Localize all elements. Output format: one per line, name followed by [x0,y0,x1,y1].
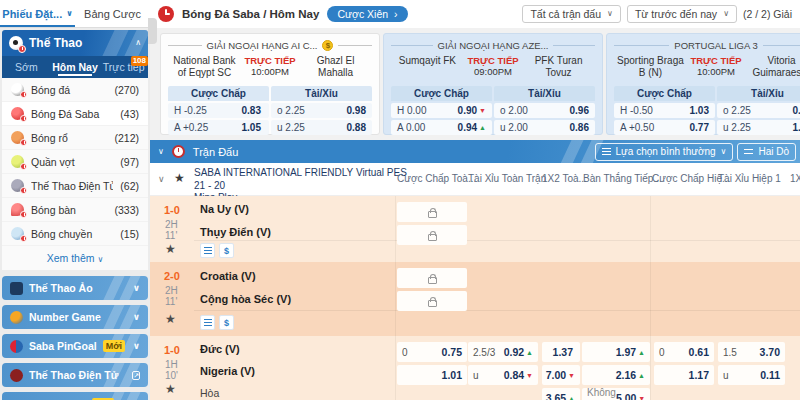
lock-icon [428,211,437,218]
live-clock-icon [172,145,185,158]
tab-betslip-label: Phiếu Đặt... [2,8,62,20]
home-team: National Bank of Eqypt SC [168,55,241,78]
volleyball-icon [11,227,24,240]
double-line-icon [744,149,753,154]
sidebar-section-esports[interactable]: Thế Thao Điện Tử ↗ [2,363,148,387]
tab-betslip[interactable]: Phiếu Đặt... ∨ [0,0,75,27]
esports-icon [11,179,24,192]
bet-types-button[interactable] [200,315,215,330]
sports-subtabs: Sớm Hôm Nay Trực tiếp 108 [2,56,148,78]
favorite-star-icon[interactable]: ★ [165,242,176,256]
favorite-star-icon[interactable]: ★ [165,312,176,326]
parlay-button[interactable]: Cược Xiên › [327,6,407,22]
odds-cell-hdp-away[interactable]: 1.01 [397,365,467,385]
dollar-icon: $ [224,318,229,328]
cashout-button[interactable]: $ [219,315,234,330]
locked-odds-cell [397,268,467,288]
odds-cell-no-goal[interactable]: Không ...5.00▼ [582,388,650,400]
sidebar-section-advantplay[interactable]: AP AdvantPlay Mới ↗ [2,392,148,400]
sidebar: Phiếu Đặt... ∨ Bảng Cược Thế Thao ∧ Sớm … [0,0,150,400]
odds-cell-ou-h1-under[interactable]: u0.11 [718,365,785,385]
league-favorite-star-icon[interactable]: ★ [174,171,185,185]
filter-time-dropdown[interactable]: Từ trước đến nay ∨ [627,5,737,23]
collapse-chevron-icon[interactable]: ∨ [158,148,164,156]
match-status: TRỰC TIẾP 10:00PM [241,55,299,77]
table-tennis-icon [11,203,24,216]
odds-cell-under[interactable]: u0.84▼ [468,365,538,385]
away-team: PFK Turan Tovuz [522,55,595,78]
odds-cell[interactable]: o 2.250.98 [271,103,372,118]
coin-icon: $ [322,40,333,51]
odds-cell[interactable]: u 2.251.03 [717,120,800,135]
sidebar-section-virtual-sports[interactable]: Thế Thao Ảo ∨ [2,276,148,300]
home-team: Sumqayit FK [391,55,464,67]
odds-cell[interactable]: A +0.500.77 [614,120,715,135]
selection-mode-dropdown[interactable]: Lựa chọn bình thường ∨ [595,143,734,161]
league-count: (2 / 2) Giải [743,8,792,20]
match-row: 1-0 1H10' ★ Đức (V) Nigeria (V) Hòa 00.7… [150,336,800,400]
cashout-button[interactable]: $ [219,243,234,258]
odds-cell[interactable]: H 0.000.90▼ [391,103,492,118]
odds-cell[interactable]: H -0.250.83 [168,103,269,118]
league-collapse-chevron-icon[interactable]: ∨ [158,174,165,184]
sports-panel-header[interactable]: Thế Thao ∧ [2,30,148,56]
subtab-live[interactable]: Trực tiếp 108 [99,56,148,78]
odds-cell[interactable]: o 2.000.96 [494,103,595,118]
column-header-next-goal: Bàn Thắng Tiếp... [583,173,662,184]
sidebar-collapse-handle[interactable] [148,18,157,44]
filter-all-matches-dropdown[interactable]: Tất cả trận đấu ∨ [522,5,620,23]
chevron-up-icon: ∧ [135,39,141,47]
odds-cell-x[interactable]: 3.65▲ [542,388,580,400]
sidebar-item-bong-da[interactable]: Bóng đá (270) [2,78,148,102]
soccer-ball-icon [9,36,23,50]
odds-cell[interactable]: A 0.000.94▲ [391,120,492,135]
away-team: Ghazl El Mahalla [299,55,372,78]
dollar-icon: $ [224,246,229,256]
odds-cell-hdp-h1-away[interactable]: 1.17 [654,365,714,385]
subtab-today[interactable]: Hôm Nay [51,56,100,78]
sports-panel-title: Thế Thao [29,36,135,50]
locked-odds-cell [397,225,467,245]
odds-cell-over[interactable]: 2.5/30.92▲ [468,342,538,362]
odds-cell[interactable]: o 2.250.77 [717,103,800,118]
odds-cell-next-goal-home[interactable]: 1.97▲ [582,342,650,362]
column-header-hdp-full: Cược Chấp Toà... [397,173,476,184]
odds-cell-hdp-home[interactable]: 00.75 [397,342,467,362]
odds-cell[interactable]: A +0.251.05 [168,120,269,135]
odds-cell[interactable]: u 2.000.86 [494,120,595,135]
match-status: TRỰC TIẾP 10:00PM [687,55,745,77]
subtab-early[interactable]: Sớm [2,56,51,78]
see-more-link[interactable]: Xem thêm ∨ [2,246,148,270]
sidebar-section-pingoal[interactable]: Saba PinGoal Mới ∨ [2,334,148,358]
odds-cell-next-goal-away[interactable]: 2.16▲ [582,365,650,385]
tab-bet-table[interactable]: Bảng Cược [75,0,150,27]
sidebar-section-number-game[interactable]: Number Game ∨ [2,305,148,329]
odds-cell[interactable]: u 2.250.88 [271,120,372,135]
odds-cell[interactable]: H -0.501.03 [614,103,715,118]
sidebar-item-quan-vot[interactable]: Quần vợt (97) [2,150,148,174]
sidebar-item-bong-ro[interactable]: Bóng rổ (212) [2,126,148,150]
locked-odds-cell [397,202,467,222]
sports-panel: Thế Thao ∧ Sớm Hôm Nay Trực tiếp 108 Bón… [2,30,148,270]
sidebar-item-bong-da-saba[interactable]: Bóng Đá Saba (43) [2,102,148,126]
featured-matches: GIẢI NGOẠI HẠNG AI C... $ National Bank … [150,28,800,140]
chevron-down-icon: ∨ [133,313,140,322]
odds-cell-2[interactable]: 7.00▼ [542,365,580,385]
bet-types-button[interactable] [200,243,215,258]
odds-cell-1[interactable]: 1.37 [542,342,580,362]
away-team: Thụy Điển (V) [200,226,271,238]
chevron-down-icon: ∨ [66,10,73,18]
chevron-down-icon: ∨ [133,342,140,351]
favorite-star-icon[interactable]: ★ [165,382,176,396]
column-header-ou-full: Tài Xỉu Toàn Trận [468,173,546,184]
odds-cell-ou-h1-over[interactable]: 1.53.70 [718,342,785,362]
sidebar-item-bong-ban[interactable]: Bóng bàn (333) [2,198,148,222]
sidebar-item-bong-chuyen[interactable]: Bóng chuyền (15) [2,222,148,246]
double-line-toggle[interactable]: Hai Dò [737,143,796,161]
live-count-badge: 108 [131,56,148,66]
sidebar-item-esports[interactable]: Thế Thao Điện Tử (62) [2,174,148,198]
odds-cell-hdp-h1-home[interactable]: 00.61 [654,342,714,362]
live-score: 2-0 [164,270,180,282]
league-header: ∨ ★ SABA INTERNATIONAL FRIENDLY Virtual … [150,163,800,196]
home-team: Sporting Braga B (N) [614,55,687,78]
